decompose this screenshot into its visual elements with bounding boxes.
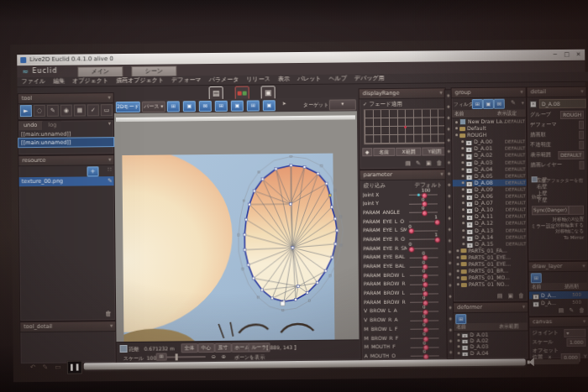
- parameter-knob[interactable]: [422, 211, 428, 217]
- tab-undo[interactable]: undo: [18, 121, 42, 130]
- visibility-eye-icon[interactable]: [462, 208, 465, 211]
- dropdown-icon[interactable]: ▾: [522, 99, 524, 105]
- canvas-tool-icon[interactable]: ▣: [231, 101, 244, 112]
- tool-detail-header[interactable]: tool_detail ▾: [20, 321, 115, 332]
- menu-item[interactable]: ファイル: [21, 77, 45, 86]
- visibility-eye-icon[interactable]: [455, 121, 458, 123]
- panel-menu-icon[interactable]: ▾: [580, 87, 583, 97]
- canvas-tool-icon[interactable]: ▣: [183, 101, 196, 112]
- menu-item[interactable]: 編集: [53, 77, 65, 86]
- menu-item[interactable]: リリース: [246, 75, 270, 84]
- parameter-track[interactable]: 0: [410, 293, 438, 294]
- grid-view-icon[interactable]: ∷: [108, 166, 112, 173]
- parameter-track[interactable]: 1: [409, 239, 438, 240]
- add-icon[interactable]: ▤: [559, 307, 564, 314]
- flow-arrow-icon[interactable]: ➤: [282, 100, 286, 109]
- tab-log[interactable]: log: [43, 121, 61, 130]
- canvas-panel-header[interactable]: canvas ▾: [529, 317, 588, 328]
- add-resource-button[interactable]: +: [87, 166, 98, 176]
- tool-icon[interactable]: ►: [20, 105, 32, 117]
- view-button[interactable]: 中心: [198, 343, 215, 353]
- visibility-eye-icon[interactable]: [462, 201, 465, 204]
- add-icon[interactable]: ▤: [497, 293, 503, 300]
- zoom-out-icon[interactable]: ⊖: [212, 353, 216, 359]
- menu-item[interactable]: ヘルプ: [329, 74, 348, 83]
- detail-field-value[interactable]: DEFAULT: [558, 151, 584, 159]
- parameter-track[interactable]: 0: [410, 284, 438, 285]
- panel-menu-icon[interactable]: ▾: [520, 87, 522, 97]
- visibility-eye-icon[interactable]: [462, 229, 465, 232]
- resource-item[interactable]: texture_00.png ✎: [19, 176, 114, 186]
- parameter-track[interactable]: 0: [409, 248, 438, 249]
- sync-danger-button[interactable]: Sync(Danger): [532, 206, 569, 215]
- delete-icon[interactable]: 🗑: [518, 292, 524, 299]
- visibility-eye-icon[interactable]: [462, 188, 465, 191]
- deformer-filter-icon[interactable]: ⊞: [455, 314, 466, 324]
- parameter-track[interactable]: 0: [409, 203, 438, 204]
- visibility-eye-icon[interactable]: [457, 263, 459, 265]
- visibility-eye-icon[interactable]: [457, 276, 459, 279]
- trash-icon[interactable]: 🗑: [105, 310, 112, 317]
- parameter-track[interactable]: 0: [410, 320, 438, 321]
- panel-menu-icon[interactable]: ▾: [108, 120, 113, 129]
- frame-icon[interactable]: ▭: [55, 363, 61, 371]
- fade-row[interactable]: ✓ フェード適用: [360, 98, 445, 108]
- visibility-eye-icon[interactable]: [462, 175, 465, 177]
- visibility-eye-icon[interactable]: [462, 236, 465, 238]
- target-dropdown[interactable]: ▾: [329, 99, 356, 110]
- parameter-track[interactable]: 0: [410, 266, 438, 267]
- draw-layer-row[interactable]: D_A... 500: [529, 299, 588, 307]
- visibility-eye-icon[interactable]: [462, 222, 465, 225]
- tool-icon[interactable]: ✓: [87, 104, 99, 116]
- parameter-track[interactable]: 0: [410, 302, 438, 303]
- pause-button[interactable]: ❚❚: [67, 360, 82, 374]
- panel-menu-icon[interactable]: ▾: [522, 302, 525, 311]
- speaker-icon[interactable]: [528, 358, 538, 366]
- copy-icon[interactable]: ▣: [426, 159, 432, 166]
- visibility-eye-icon[interactable]: [457, 256, 459, 259]
- visibility-eye-icon[interactable]: [456, 249, 459, 252]
- undo-icon[interactable]: ↶: [30, 363, 36, 371]
- maximize-button[interactable]: □: [561, 50, 572, 60]
- delete-icon[interactable]: 🗑: [436, 159, 442, 166]
- sync-field[interactable]: [569, 206, 584, 215]
- menu-item[interactable]: オブジェクト: [72, 76, 108, 86]
- parameter-track[interactable]: 100: [409, 194, 438, 195]
- detail-field-value[interactable]: [579, 141, 584, 149]
- visibility-eye-icon[interactable]: [461, 154, 464, 157]
- parameter-track[interactable]: 0: [410, 311, 438, 311]
- parameter-panel-header[interactable]: parameter ▾: [360, 170, 446, 180]
- group-panel-header[interactable]: group ▾: [452, 87, 526, 98]
- zoom-in-icon[interactable]: ⊕: [222, 353, 226, 359]
- visibility-eye-icon[interactable]: [461, 147, 464, 149]
- scale-slider[interactable]: [167, 356, 206, 358]
- visibility-eye-icon[interactable]: [457, 339, 459, 342]
- edit-pencil-icon[interactable]: ✎: [108, 176, 113, 186]
- panel-menu-icon[interactable]: ▾: [108, 155, 111, 165]
- menu-item[interactable]: パラメータ: [209, 76, 239, 85]
- visibility-eye-icon[interactable]: [457, 269, 459, 272]
- menu-item[interactable]: デバッグ用: [354, 74, 385, 83]
- menu-item[interactable]: パレット: [297, 75, 322, 84]
- seek-bar[interactable]: [84, 358, 526, 369]
- panel-menu-icon[interactable]: ▾: [582, 262, 585, 271]
- visibility-eye-icon[interactable]: [461, 161, 464, 164]
- parameter-track[interactable]: 0: [410, 329, 438, 330]
- add-icon[interactable]: ▤: [405, 160, 411, 167]
- parameter-knob[interactable]: [434, 237, 440, 243]
- brush-icon[interactable]: ✎: [511, 100, 516, 107]
- tool-icon[interactable]: ▦: [74, 104, 86, 116]
- filter-layer-icon[interactable]: ⊠: [494, 99, 505, 109]
- range-grid[interactable]: [364, 108, 447, 144]
- draw-layer-header[interactable]: draw_layer ▾: [529, 262, 588, 273]
- tool-icon[interactable]: ◌: [34, 105, 45, 117]
- filter-all-icon[interactable]: ⊞: [472, 99, 483, 109]
- parameter-track[interactable]: 0: [409, 230, 438, 231]
- folder-add-icon[interactable]: ▣: [507, 293, 513, 300]
- seek-bar-remainder[interactable]: [533, 359, 580, 365]
- visibility-eye-icon[interactable]: [455, 133, 458, 136]
- distance-checkbox[interactable]: [120, 345, 128, 353]
- parameter-knob[interactable]: [408, 246, 414, 252]
- pencil-icon[interactable]: ✎: [42, 363, 48, 371]
- visibility-eye-icon[interactable]: [462, 215, 465, 217]
